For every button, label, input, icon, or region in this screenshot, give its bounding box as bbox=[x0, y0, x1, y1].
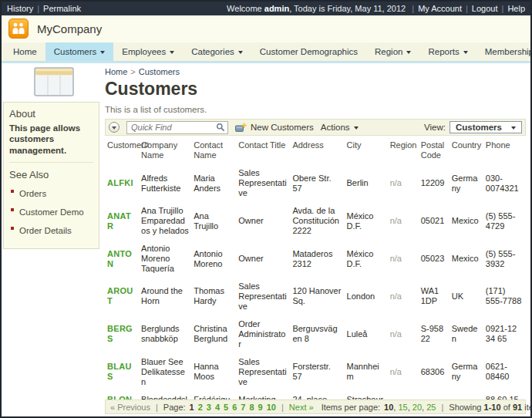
page-link[interactable]: 10 bbox=[267, 403, 276, 412]
welcome-text: Welcome admin, Today is Friday, May 11, … bbox=[227, 4, 406, 13]
column-header[interactable]: Company Name bbox=[139, 138, 191, 164]
page-size-link[interactable]: 25 bbox=[426, 403, 436, 412]
app-header: MyCompany bbox=[2, 15, 530, 42]
table-cell: Mexico bbox=[450, 202, 483, 240]
page-title: Customers bbox=[105, 79, 526, 99]
logout-link[interactable]: Logout bbox=[472, 4, 498, 13]
see-also-link[interactable]: Order Details bbox=[19, 226, 72, 235]
page-size-link[interactable]: 15 bbox=[398, 403, 407, 412]
column-header[interactable]: City bbox=[345, 138, 388, 164]
nav-item-membership[interactable]: Membership bbox=[476, 42, 532, 61]
see-also-item: Customer Demo bbox=[9, 202, 93, 221]
table-cell: 030-0074321 bbox=[483, 164, 526, 202]
page-link[interactable]: 6 bbox=[232, 403, 237, 412]
table-row: BERGSBerglunds snabbköpChristina Berglun… bbox=[105, 315, 526, 353]
nav-item-home[interactable]: Home bbox=[5, 42, 45, 61]
nav-item-customer-demographics[interactable]: Customer Demographics bbox=[251, 42, 366, 61]
customer-id-link[interactable]: ANATR bbox=[107, 211, 131, 231]
table-cell: Germany bbox=[450, 353, 483, 391]
customer-id-link[interactable]: ALFKI bbox=[107, 178, 133, 187]
page-subtitle: This is a list of customers. bbox=[105, 105, 526, 114]
customer-id-link[interactable]: BLAUS bbox=[107, 362, 132, 381]
page-link[interactable]: 3 bbox=[207, 403, 211, 412]
view-label: View: bbox=[424, 123, 446, 132]
view-area: View: Customers bbox=[424, 121, 522, 133]
customer-id-link[interactable]: ANTON bbox=[107, 249, 132, 268]
quick-find-input[interactable] bbox=[131, 123, 216, 132]
nav-item-region[interactable]: Region bbox=[366, 42, 419, 61]
permalink-link[interactable]: Permalink bbox=[43, 4, 81, 13]
column-header[interactable]: Phone bbox=[483, 138, 526, 164]
help-link[interactable]: Help bbox=[507, 4, 525, 13]
history-link[interactable]: History bbox=[7, 4, 33, 13]
customer-id-link[interactable]: AROUT bbox=[107, 286, 133, 305]
table-cell: Blondesddsl père et fils bbox=[139, 391, 191, 399]
chevron-down-icon bbox=[112, 126, 116, 130]
column-header[interactable]: Contact Title bbox=[236, 138, 290, 164]
customer-id-cell: BERGS bbox=[105, 315, 139, 353]
see-also-link[interactable]: Customer Demo bbox=[19, 207, 84, 217]
showing-text: Showing 1-10 of 91 items bbox=[449, 403, 532, 412]
my-account-link[interactable]: My Account bbox=[418, 4, 462, 13]
page-link[interactable]: 5 bbox=[224, 403, 228, 412]
view-selector[interactable]: Customers bbox=[450, 121, 522, 133]
page-link[interactable]: 2 bbox=[198, 403, 203, 412]
top-utility-bar: History|Permalink Welcome admin, Today i… bbox=[2, 2, 530, 15]
table-cell: n/a bbox=[388, 202, 419, 240]
nav-item-categories[interactable]: Categories bbox=[183, 42, 251, 61]
table-row: ALFKIAlfreds FutterkisteMaria AndersSale… bbox=[105, 164, 526, 202]
table-cell: UK bbox=[450, 278, 483, 315]
page-link[interactable]: 9 bbox=[258, 403, 263, 412]
table-cell: n/a bbox=[388, 278, 419, 315]
column-header[interactable]: Address bbox=[290, 138, 344, 164]
table-cell: Thomas Hardy bbox=[191, 278, 236, 315]
table-cell: Order Administrator bbox=[236, 315, 290, 353]
nav-item-employees[interactable]: Employees bbox=[113, 42, 183, 61]
page-size-link[interactable]: 20 bbox=[412, 403, 422, 412]
topbar-left: History|Permalink bbox=[7, 4, 81, 13]
table-cell: Antonio Moreno bbox=[191, 240, 236, 278]
search-icon[interactable] bbox=[216, 123, 225, 132]
column-header[interactable]: Country bbox=[450, 138, 483, 164]
previous-button[interactable]: « Previous bbox=[110, 403, 150, 412]
column-header[interactable]: Contact Name bbox=[191, 138, 236, 164]
divider: | bbox=[502, 4, 504, 13]
see-also-item: Orders bbox=[9, 184, 93, 202]
chevron-down-icon bbox=[238, 51, 243, 54]
table-cell: 120 Hanover Sq. bbox=[290, 278, 344, 315]
page-link[interactable]: 8 bbox=[249, 403, 254, 412]
table-cell: France bbox=[450, 391, 483, 399]
table-row: ANTONAntonio Moreno TaqueríaAntonio More… bbox=[105, 240, 526, 278]
collapse-search-button[interactable] bbox=[109, 122, 120, 133]
new-customers-button[interactable]: New Customers bbox=[235, 123, 314, 133]
table-cell: 05021 bbox=[419, 202, 450, 240]
chevron-down-icon bbox=[511, 126, 516, 130]
nav-item-reports[interactable]: Reports bbox=[419, 42, 476, 61]
next-button[interactable]: Next » bbox=[289, 403, 314, 412]
column-header[interactable]: Customer# bbox=[105, 138, 139, 164]
breadcrumb-home-link[interactable]: Home bbox=[105, 67, 127, 76]
table-cell: Marketing Manager bbox=[236, 391, 290, 399]
pagination-bar: « Previous | Page: 12345678910 | Next » … bbox=[105, 399, 526, 414]
column-header[interactable]: Postal Code bbox=[419, 138, 450, 164]
table-cell: Avda. de la Constitución 2222 bbox=[290, 202, 344, 240]
table-cell: Sales Representative bbox=[236, 278, 290, 315]
table-cell: WA1 1DP bbox=[419, 278, 450, 315]
breadcrumb-separator: > bbox=[130, 67, 135, 76]
company-name: MyCompany bbox=[37, 22, 102, 35]
items-per-page-label: Items per page: bbox=[322, 403, 380, 412]
table-row: AROUTAround the HornThomas HardySales Re… bbox=[105, 278, 526, 315]
breadcrumb-current-link[interactable]: Customers bbox=[139, 67, 180, 76]
column-header[interactable]: Region bbox=[388, 138, 419, 164]
view-value: Customers bbox=[456, 123, 502, 132]
table-cell: México D.F. bbox=[345, 202, 388, 240]
nav-item-customers[interactable]: Customers bbox=[45, 42, 114, 61]
see-also-link[interactable]: Orders bbox=[19, 189, 46, 198]
table-cell: Berguvsvägen 8 bbox=[290, 315, 344, 353]
page-link[interactable]: 4 bbox=[215, 403, 220, 412]
customer-id-link[interactable]: BERGS bbox=[107, 324, 133, 343]
table-cell: Owner bbox=[236, 202, 290, 240]
table-cell: n/a bbox=[388, 391, 419, 399]
page-link[interactable]: 7 bbox=[241, 403, 245, 412]
actions-button[interactable]: Actions bbox=[321, 123, 359, 132]
